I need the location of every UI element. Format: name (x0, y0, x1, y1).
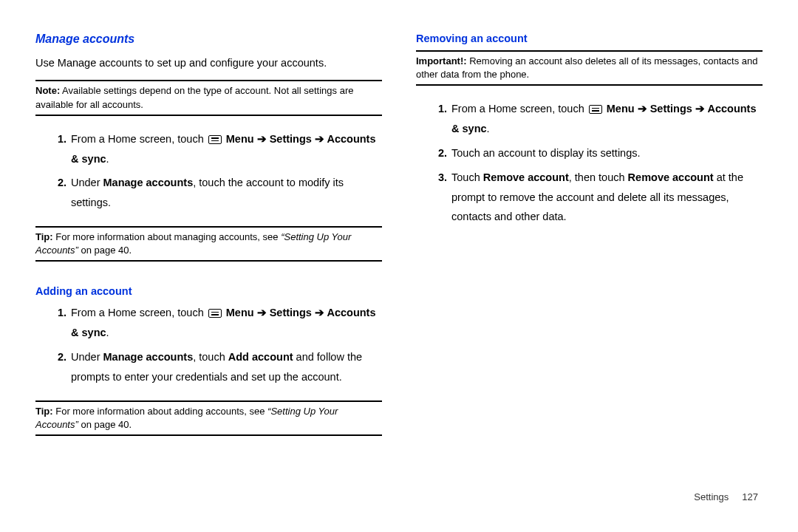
bold-text: Manage accounts (103, 351, 194, 363)
bold-text: Remove account (628, 171, 714, 183)
step-text: Touch an account to display its settings… (451, 147, 641, 159)
arrow-text: ➔ (312, 133, 327, 145)
footer-chapter: Settings (694, 491, 729, 502)
period: . (487, 123, 490, 134)
tip-body: For more information about adding accoun… (53, 406, 268, 417)
menu-label: Menu (226, 307, 254, 318)
page-footer: Settings127 (694, 491, 758, 502)
step-text: From a Home screen, touch (451, 103, 587, 115)
important-label: Important!: (416, 55, 467, 66)
right-column: Removing an account Important!: Removing… (416, 33, 763, 517)
tip-box: Tip: For more information about managing… (35, 226, 382, 262)
note-label: Note: (35, 85, 60, 96)
settings-label: Settings (650, 103, 692, 115)
bold-text: Add account (228, 351, 293, 363)
menu-label: Menu (226, 133, 254, 145)
bold-text: Remove account (483, 171, 569, 183)
important-box: Important!: Removing an account also del… (416, 50, 763, 86)
subsection-removing: Removing an account (416, 33, 763, 44)
list-item: From a Home screen, touch Menu ➔ Setting… (450, 99, 763, 139)
step-text: Under (71, 351, 103, 363)
section-title-manage-accounts: Manage accounts (35, 33, 382, 46)
bold-text: Manage accounts (103, 177, 194, 188)
settings-label: Settings (270, 307, 312, 318)
tip-body: on page 40. (78, 419, 132, 430)
list-item: Touch Remove account, then touch Remove … (450, 168, 763, 227)
list-item: Touch an account to display its settings… (450, 143, 763, 163)
list-item: From a Home screen, touch Menu ➔ Setting… (69, 129, 382, 169)
step-text: , then touch (569, 171, 628, 183)
period: . (106, 153, 109, 165)
menu-label: Menu (607, 103, 635, 115)
menu-icon (208, 135, 222, 144)
note-box: Note: Available settings depend on the t… (35, 80, 382, 115)
removing-steps: From a Home screen, touch Menu ➔ Setting… (416, 99, 763, 231)
arrow-text: ➔ (312, 307, 327, 318)
left-column: Manage accounts Use Manage accounts to s… (35, 33, 382, 517)
subsection-adding: Adding an account (35, 285, 382, 297)
arrow-text: ➔ (254, 307, 270, 318)
arrow-text: ➔ (692, 103, 708, 115)
menu-icon (208, 309, 222, 318)
arrow-text: ➔ (254, 133, 270, 145)
tip-body: on page 40. (78, 245, 132, 256)
footer-page-number: 127 (742, 491, 758, 502)
step-text: , touch (193, 351, 228, 363)
list-item: Under Manage accounts, touch Add account… (69, 347, 382, 387)
adding-steps: From a Home screen, touch Menu ➔ Setting… (35, 303, 382, 391)
arrow-text: ➔ (635, 103, 650, 115)
tip-body: For more information about managing acco… (53, 231, 282, 242)
tip-box: Tip: For more information about adding a… (35, 400, 382, 436)
list-item: From a Home screen, touch Menu ➔ Setting… (69, 303, 382, 343)
note-body: Available settings depend on the type of… (35, 85, 353, 109)
period: . (106, 327, 109, 338)
tip-label: Tip: (35, 231, 53, 242)
step-text: Touch (451, 171, 483, 183)
menu-icon (589, 105, 602, 114)
step-text: From a Home screen, touch (71, 133, 207, 145)
two-column-layout: Manage accounts Use Manage accounts to s… (35, 33, 763, 517)
settings-label: Settings (270, 133, 312, 145)
manage-steps: From a Home screen, touch Menu ➔ Setting… (35, 129, 382, 217)
tip-label: Tip: (35, 406, 53, 417)
list-item: Under Manage accounts, touch the account… (69, 173, 382, 213)
step-text: From a Home screen, touch (71, 307, 207, 318)
manual-page: Manage accounts Use Manage accounts to s… (0, 0, 798, 532)
intro-text: Use Manage accounts to set up and config… (35, 55, 382, 71)
step-text: Under (71, 177, 103, 188)
important-body: Removing an account also deletes all of … (416, 55, 757, 80)
